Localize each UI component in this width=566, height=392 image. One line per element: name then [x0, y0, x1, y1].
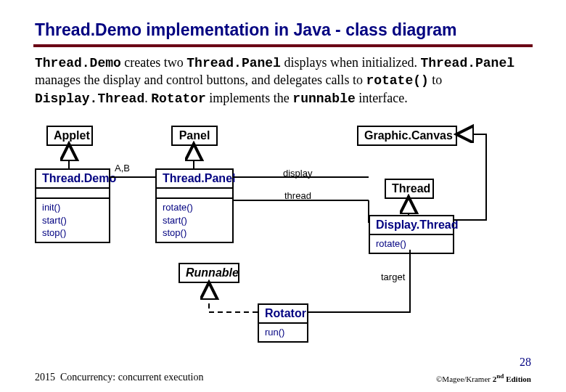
class-methods: rotate()start()stop()	[157, 197, 232, 242]
code: rotate()	[366, 73, 428, 88]
class-name: Runnable	[180, 264, 238, 282]
class-diagram: Applet Panel Graphic.Canvas Thread.Demo …	[33, 122, 533, 340]
code: Thread.Panel	[420, 56, 514, 70]
code: Rotator	[151, 91, 206, 106]
class-methods: run()	[259, 322, 307, 341]
class-name: Thread	[386, 180, 432, 197]
t: displays when initialized.	[281, 55, 420, 70]
t: creates two	[121, 55, 186, 70]
assoc-role-display: display	[283, 168, 312, 179]
copy-post: Edition	[504, 375, 531, 383]
footer-right: ©Magee/Kramer 2nd Edition	[436, 372, 531, 383]
code: runnable	[292, 91, 355, 106]
assoc-role-target: target	[381, 271, 405, 282]
page-number: 28	[520, 356, 531, 369]
class-name: Graphic.Canvas	[358, 127, 456, 144]
assoc-label-ab: A,B	[115, 163, 130, 173]
class-name: Panel	[173, 127, 216, 144]
footer-left: 2015 Concurrency: concurrent execution	[35, 372, 203, 383]
class-rotator: Rotator run()	[258, 303, 308, 343]
class-attrs	[157, 187, 232, 197]
class-displaythread: Display.Thread rotate()	[369, 215, 454, 254]
assoc-role-thread: thread	[284, 190, 311, 201]
t: manages the display and control buttons,…	[35, 73, 366, 87]
class-threadpanel: Thread.Panel rotate()start()stop()	[155, 168, 234, 243]
slide-title: Thread.Demo implementation in Java - cla…	[0, 0, 566, 44]
t: interface.	[356, 91, 408, 105]
class-name: Thread.Demo	[36, 170, 109, 187]
t: .	[144, 91, 151, 105]
class-applet: Applet	[46, 126, 93, 146]
class-name: Display.Thread	[370, 216, 453, 234]
footer-course: Concurrency: concurrent execution	[60, 372, 203, 383]
class-runnable: Runnable	[179, 263, 239, 283]
code: Thread.Panel	[186, 56, 281, 70]
class-graphiccanvas: Graphic.Canvas	[357, 126, 457, 146]
code: Thread.Demo	[35, 56, 121, 70]
class-name: Thread.Panel	[157, 170, 232, 187]
t: implements the	[206, 91, 292, 105]
class-methods: rotate()	[370, 234, 453, 253]
footer-year: 2015	[35, 372, 55, 383]
class-attrs	[36, 187, 109, 197]
description-text: Thread.Demo creates two Thread.Panel dis…	[0, 53, 566, 110]
t: to	[429, 73, 443, 87]
copy-pre: ©Magee/Kramer	[436, 375, 493, 383]
class-thread: Thread	[385, 179, 434, 199]
class-name: Rotator	[259, 305, 307, 322]
class-panel: Panel	[171, 126, 218, 146]
class-name: Applet	[48, 127, 91, 144]
code: Display.Thread	[35, 91, 144, 106]
copy-sup: nd	[496, 372, 504, 380]
class-threaddemo: Thread.Demo init()start()stop()	[35, 168, 110, 243]
class-methods: init()start()stop()	[36, 197, 109, 242]
title-rule	[33, 44, 533, 47]
